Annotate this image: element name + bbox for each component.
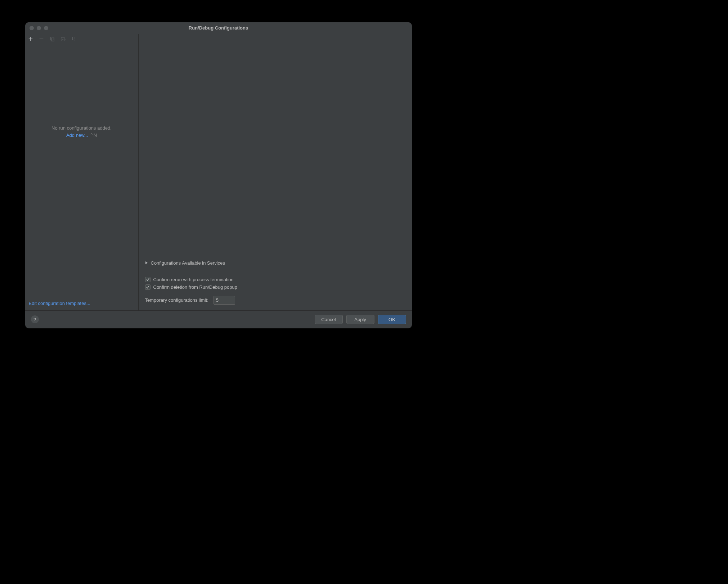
dialog-body: + az No run configurations added. Add ne… xyxy=(25,34,412,310)
window-title: Run/Debug Configurations xyxy=(25,25,412,31)
sidebar-empty-state: No run configurations added. Add new... … xyxy=(25,44,138,296)
services-section-label: Configurations Available in Services xyxy=(151,260,225,266)
cancel-button[interactable]: Cancel xyxy=(315,315,343,324)
sidebar: + az No run configurations added. Add ne… xyxy=(25,34,139,310)
copy-icon xyxy=(50,36,55,41)
confirm-delete-checkbox[interactable] xyxy=(145,284,150,290)
temp-limit-input[interactable] xyxy=(214,296,235,305)
services-section-header[interactable]: Configurations Available in Services xyxy=(139,260,412,266)
confirm-rerun-checkbox[interactable] xyxy=(145,277,150,282)
save-template-icon: + xyxy=(60,36,66,41)
run-debug-configurations-dialog: Run/Debug Configurations + az xyxy=(25,22,412,328)
chevron-right-icon xyxy=(145,261,148,264)
add-new-row: Add new... ⌃N xyxy=(66,132,97,138)
save-template-button: + xyxy=(60,36,66,42)
apply-button[interactable]: Apply xyxy=(346,315,374,324)
add-configuration-button[interactable] xyxy=(27,36,34,42)
checkmark-icon xyxy=(146,285,150,289)
remove-configuration-button xyxy=(38,36,45,42)
copy-configuration-button xyxy=(49,36,55,42)
confirm-delete-label: Confirm deletion from Run/Debug popup xyxy=(153,284,237,290)
add-new-link[interactable]: Add new... xyxy=(66,132,88,138)
svg-text:+: + xyxy=(64,39,66,41)
maximize-window-icon[interactable] xyxy=(44,26,48,30)
titlebar: Run/Debug Configurations xyxy=(25,22,412,34)
checkmark-icon xyxy=(146,278,150,282)
add-new-shortcut: ⌃N xyxy=(90,132,97,138)
confirm-rerun-label: Confirm rerun with process termination xyxy=(153,277,234,282)
sidebar-footer: Edit configuration templates... xyxy=(25,296,138,310)
window-controls xyxy=(25,26,48,30)
confirm-rerun-row: Confirm rerun with process termination xyxy=(139,276,412,283)
temp-limit-row: Temporary configurations limit: xyxy=(139,291,412,310)
checkbox-group: Confirm rerun with process termination C… xyxy=(139,276,412,291)
svg-rect-4 xyxy=(51,38,54,41)
confirm-delete-row: Confirm deletion from Run/Debug popup xyxy=(139,283,412,291)
svg-text:z: z xyxy=(74,39,75,41)
temp-limit-label: Temporary configurations limit: xyxy=(145,297,208,303)
sort-alpha-button: az xyxy=(71,36,77,42)
remove-icon xyxy=(39,36,44,41)
no-configurations-label: No run configurations added. xyxy=(51,125,112,131)
add-icon xyxy=(28,36,33,41)
svg-rect-2 xyxy=(39,39,43,39)
svg-rect-1 xyxy=(28,39,32,39)
help-icon: ? xyxy=(33,317,36,322)
section-divider xyxy=(230,263,405,263)
svg-text:a: a xyxy=(74,37,75,39)
dialog-footer: ? Cancel Apply OK xyxy=(25,310,412,328)
svg-rect-3 xyxy=(50,37,53,40)
close-window-icon[interactable] xyxy=(30,26,34,30)
help-button[interactable]: ? xyxy=(31,315,39,323)
edit-templates-link[interactable]: Edit configuration templates... xyxy=(29,301,90,306)
ok-button[interactable]: OK xyxy=(378,315,406,324)
sidebar-toolbar: + az xyxy=(25,34,138,44)
sort-alpha-icon: az xyxy=(71,36,76,41)
minimize-window-icon[interactable] xyxy=(37,26,41,30)
main-panel: Configurations Available in Services Con… xyxy=(139,34,412,310)
